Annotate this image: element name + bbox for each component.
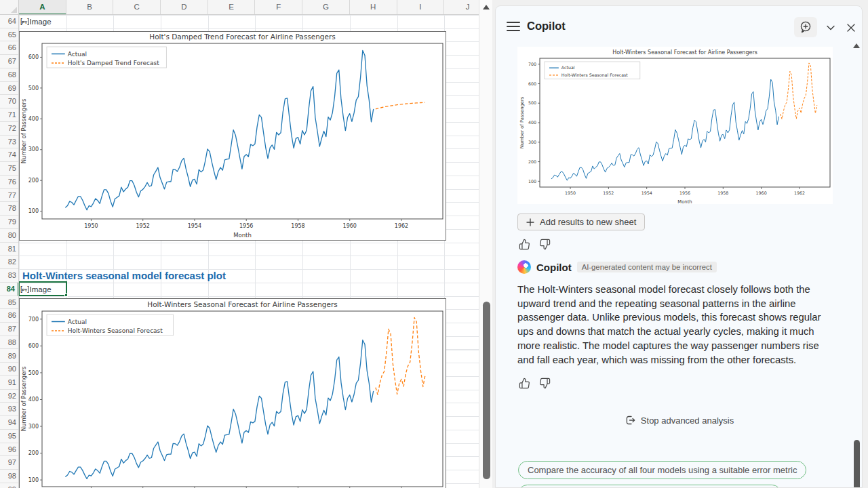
column-header-I[interactable]: I: [397, 0, 445, 15]
row-header-73[interactable]: 73: [0, 136, 19, 149]
row-header-67[interactable]: 67: [0, 55, 19, 68]
row-header-70[interactable]: 70: [0, 95, 19, 108]
row-header-86[interactable]: 86: [0, 309, 19, 323]
panel-scrollbar-thumb[interactable]: [854, 440, 860, 488]
svg-text:600: 600: [28, 54, 39, 60]
column-header-E[interactable]: E: [208, 0, 256, 15]
select-all-corner[interactable]: [0, 0, 19, 15]
row-header-76[interactable]: 76: [0, 176, 19, 189]
row-header-77[interactable]: 77: [0, 189, 19, 203]
thumbs-down-icon[interactable]: [539, 378, 551, 389]
column-header-F[interactable]: F: [256, 0, 303, 15]
row-header-97[interactable]: 97: [0, 456, 19, 470]
stop-advanced-analysis-button[interactable]: Stop advanced analysis: [624, 414, 734, 426]
svg-text:Month: Month: [233, 232, 252, 239]
row-header-78[interactable]: 78: [0, 202, 19, 216]
row-header-91[interactable]: 91: [0, 376, 19, 390]
svg-text:100: 100: [28, 477, 39, 483]
row-header-81[interactable]: 81: [0, 243, 19, 256]
thumbs-down-icon[interactable]: [539, 239, 551, 250]
collapse-button[interactable]: [823, 20, 839, 36]
svg-text:Number of Passengers: Number of Passengers: [519, 96, 525, 148]
suggestion-chips: Compare the accuracy of all four models …: [518, 461, 806, 488]
row-header-94[interactable]: 94: [0, 416, 19, 430]
svg-text:1956: 1956: [239, 223, 253, 229]
suggestion-chip-2[interactable]: [518, 485, 781, 488]
cell-a83-heading[interactable]: Holt-Winters seasonal model forecast plo…: [22, 270, 226, 281]
row-header-80[interactable]: 80: [0, 229, 19, 243]
row-header-96[interactable]: 96: [0, 443, 19, 457]
copilot-chart-result[interactable]: 1002003004005006007001950195219541956195…: [517, 47, 833, 204]
sheet-chart-holt-damped[interactable]: 1002003004005006001950195219541956195819…: [19, 31, 446, 241]
row-header-74[interactable]: 74: [0, 148, 19, 162]
svg-text:Holt-Winters Seasonal Forecast: Holt-Winters Seasonal Forecast for Airli…: [147, 300, 337, 308]
row-header-82[interactable]: 82: [0, 256, 19, 269]
thumbs-up-icon[interactable]: [519, 378, 530, 389]
close-button[interactable]: [843, 20, 859, 36]
svg-text:700: 700: [28, 317, 39, 323]
column-header-J[interactable]: J: [444, 0, 479, 15]
sheet-chart-holt-winters[interactable]: 1002003004005006007001950195219541956195…: [19, 298, 446, 488]
python-image-icon: [PY]: [20, 18, 29, 25]
row-header-66[interactable]: 66: [0, 41, 19, 55]
stop-advanced-analysis-label: Stop advanced analysis: [641, 415, 734, 426]
column-headers: ABCDEFGHIJ: [19, 0, 479, 15]
new-chat-button[interactable]: [794, 17, 817, 37]
svg-text:1956: 1956: [679, 190, 690, 195]
holt-winters-chart-svg: 1002003004005006007001950195219541956195…: [20, 299, 446, 488]
row-header-64[interactable]: 64: [0, 15, 19, 28]
row-header-75[interactable]: 75: [0, 162, 19, 176]
add-results-button[interactable]: Add results to new sheet: [517, 214, 645, 230]
column-header-C[interactable]: C: [113, 0, 161, 15]
sheet-vertical-scrollbar[interactable]: [479, 0, 492, 488]
selected-cell-outline[interactable]: [18, 281, 67, 296]
row-header-98[interactable]: 98: [0, 470, 19, 483]
svg-text:Actual: Actual: [561, 65, 575, 70]
sheet-scrollbar-thumb[interactable]: [483, 302, 490, 479]
scroll-up-icon[interactable]: [483, 5, 490, 9]
svg-text:1950: 1950: [84, 223, 98, 229]
svg-text:500: 500: [528, 100, 536, 105]
row-header-72[interactable]: 72: [0, 122, 19, 136]
row-header-71[interactable]: 71: [0, 108, 19, 122]
svg-text:1960: 1960: [343, 223, 357, 229]
row-header-65[interactable]: 65: [0, 28, 19, 42]
row-header-87[interactable]: 87: [0, 323, 19, 336]
row-header-88[interactable]: 88: [0, 336, 19, 350]
worksheet: 1002003004005006001950195219541956195819…: [0, 0, 479, 488]
row-header-79[interactable]: 79: [0, 216, 19, 229]
row-header-99[interactable]: 99: [0, 483, 19, 488]
row-header-90[interactable]: 90: [0, 363, 19, 376]
row-header-93[interactable]: 93: [0, 403, 19, 416]
svg-text:300: 300: [28, 146, 39, 152]
row-header-83[interactable]: 83: [0, 269, 19, 283]
svg-text:1952: 1952: [603, 190, 614, 195]
copilot-logo-icon: [517, 260, 531, 274]
chevron-down-icon: [826, 23, 835, 33]
cell-a64-label: Image: [30, 18, 52, 26]
svg-text:Month: Month: [677, 199, 692, 204]
row-header-68[interactable]: 68: [0, 68, 19, 82]
row-header-85[interactable]: 85: [0, 296, 19, 310]
fill-handle[interactable]: [64, 293, 68, 297]
plus-icon: [526, 218, 534, 226]
svg-text:Number of Passengers: Number of Passengers: [20, 98, 27, 163]
column-header-D[interactable]: D: [161, 0, 208, 15]
row-header-95[interactable]: 95: [0, 430, 19, 443]
menu-icon[interactable]: [507, 22, 520, 31]
column-header-H[interactable]: H: [350, 0, 397, 15]
suggestion-chip-1[interactable]: Compare the accuracy of all four models …: [518, 461, 806, 479]
svg-text:400: 400: [28, 116, 39, 122]
row-header-69[interactable]: 69: [0, 82, 19, 96]
svg-text:1960: 1960: [756, 190, 767, 195]
row-header-92[interactable]: 92: [0, 390, 19, 403]
svg-text:1954: 1954: [642, 190, 652, 195]
column-header-A[interactable]: A: [19, 0, 66, 15]
column-header-B[interactable]: B: [66, 0, 114, 15]
row-header-89[interactable]: 89: [0, 350, 19, 363]
cell-a64-image[interactable]: [PY] Image: [20, 15, 52, 28]
panel-scroll-up-icon[interactable]: [853, 43, 860, 48]
row-header-84[interactable]: 84: [0, 283, 19, 296]
thumbs-up-icon[interactable]: [519, 239, 530, 250]
column-header-G[interactable]: G: [302, 0, 350, 15]
